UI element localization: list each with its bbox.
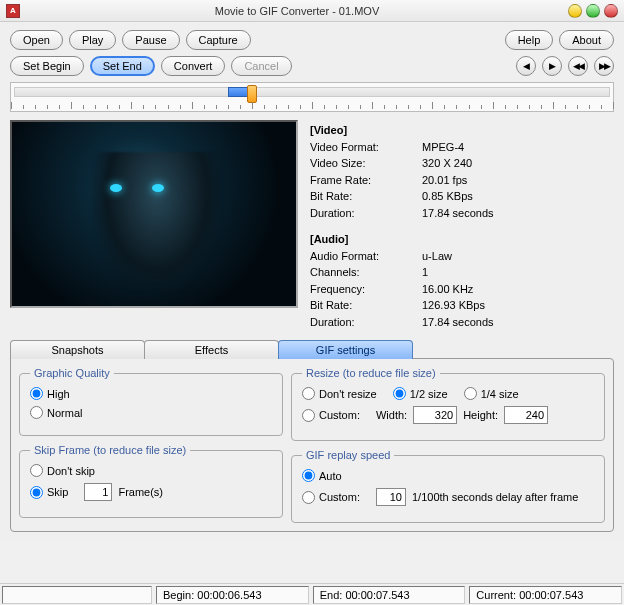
play-button[interactable]: Play <box>69 30 116 50</box>
maximize-button[interactable] <box>586 4 600 18</box>
tab-effects[interactable]: Effects <box>144 340 279 359</box>
video-header: [Video] <box>310 122 614 139</box>
titlebar: A Movie to GIF Converter - 01.MOV <box>0 0 624 22</box>
tab-snapshots[interactable]: Snapshots <box>10 340 145 359</box>
app-icon: A <box>6 4 20 18</box>
skip-value-input[interactable] <box>84 483 112 501</box>
open-button[interactable]: Open <box>10 30 63 50</box>
replay-speed-group: GIF replay speed Auto Custom: 1/100th se… <box>291 449 605 523</box>
minimize-button[interactable] <box>568 4 582 18</box>
convert-button[interactable]: Convert <box>161 56 226 76</box>
set-end-button[interactable]: Set End <box>90 56 155 76</box>
audio-header: [Audio] <box>310 231 614 248</box>
replay-auto[interactable]: Auto <box>302 469 342 482</box>
quality-high[interactable]: High <box>30 387 70 400</box>
status-bar: Begin: 00:00:06.543 End: 00:00:07.543 Cu… <box>0 583 624 605</box>
capture-button[interactable]: Capture <box>186 30 251 50</box>
video-preview <box>10 120 298 308</box>
tab-gif-settings[interactable]: GIF settings <box>278 340 413 359</box>
media-info: [Video] Video Format:MPEG-4 Video Size:3… <box>306 120 614 330</box>
cancel-button: Cancel <box>231 56 291 76</box>
replay-custom[interactable]: Custom: <box>302 491 360 504</box>
resize-quarter[interactable]: 1/4 size <box>464 387 519 400</box>
skip-frame-group: Skip Frame (to reduce file size) Don't s… <box>19 444 283 518</box>
pause-button[interactable]: Pause <box>122 30 179 50</box>
resize-width-input[interactable] <box>413 406 457 424</box>
window-title: Movie to GIF Converter - 01.MOV <box>26 5 568 17</box>
graphic-quality-group: Graphic Quality High Normal <box>19 367 283 436</box>
skip-n[interactable]: Skip <box>30 486 68 499</box>
resize-group: Resize (to reduce file size) Don't resiz… <box>291 367 605 441</box>
seek-fwd-icon[interactable]: ▶ <box>542 56 562 76</box>
resize-dont[interactable]: Don't resize <box>302 387 377 400</box>
resize-half[interactable]: 1/2 size <box>393 387 448 400</box>
quality-normal[interactable]: Normal <box>30 406 82 419</box>
help-button[interactable]: Help <box>505 30 554 50</box>
resize-height-input[interactable] <box>504 406 548 424</box>
seek-end-icon[interactable]: ▶▶ <box>594 56 614 76</box>
resize-custom[interactable]: Custom: <box>302 409 360 422</box>
status-current: Current: 00:00:07.543 <box>469 586 622 604</box>
replay-value-input[interactable] <box>376 488 406 506</box>
status-empty <box>2 586 152 604</box>
seek-back-icon[interactable]: ◀ <box>516 56 536 76</box>
seek-start-icon[interactable]: ◀◀ <box>568 56 588 76</box>
close-button[interactable] <box>604 4 618 18</box>
skip-dont[interactable]: Don't skip <box>30 464 95 477</box>
status-begin: Begin: 00:00:06.543 <box>156 586 309 604</box>
about-button[interactable]: About <box>559 30 614 50</box>
timeline[interactable] <box>10 82 614 112</box>
status-end: End: 00:00:07.543 <box>313 586 466 604</box>
set-begin-button[interactable]: Set Begin <box>10 56 84 76</box>
